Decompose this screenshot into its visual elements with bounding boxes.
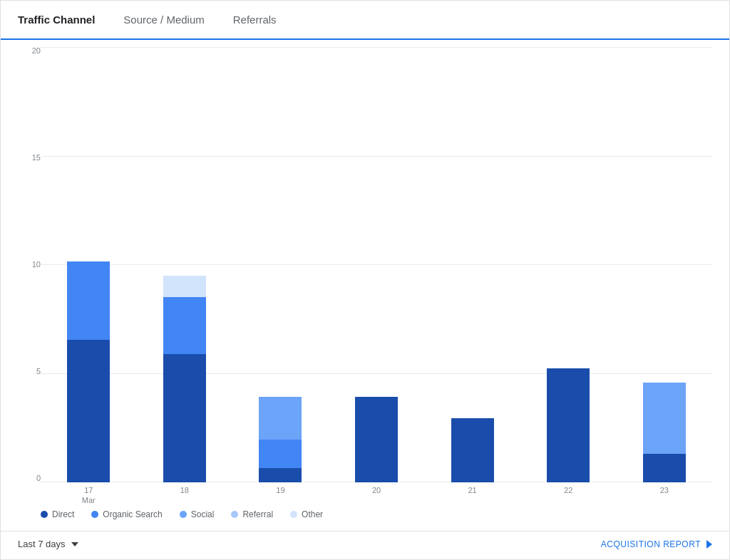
bar-group[interactable]	[616, 197, 712, 482]
legend-item: Referral	[231, 509, 273, 519]
bar-segment	[259, 440, 302, 468]
legend-item: Other	[290, 509, 323, 519]
x-axis-label: 21	[424, 485, 520, 495]
legend-dot	[231, 511, 238, 518]
bar-group[interactable]	[232, 197, 329, 482]
legend-dot	[91, 511, 98, 518]
bar-segment	[163, 297, 206, 354]
bar-segment	[67, 340, 110, 482]
x-axis-label: 19	[232, 485, 329, 495]
bar-segment	[451, 418, 494, 482]
bar-segment	[355, 397, 398, 482]
chart-area: 20 15 10 5 0 1	[1, 40, 729, 504]
bar-group[interactable]	[520, 197, 617, 482]
bar-group[interactable]	[137, 197, 233, 482]
x-axis-label: 22	[520, 485, 617, 495]
legend-label: Direct	[52, 509, 74, 519]
bar-segment	[67, 261, 110, 340]
analytics-card: Traffic Channel Source / Medium Referral…	[0, 0, 730, 560]
date-range-label: Last 7 days	[18, 539, 66, 549]
x-axis-label: 20	[329, 485, 425, 495]
date-range-selector[interactable]: Last 7 days	[18, 539, 78, 549]
chevron-down-icon	[71, 542, 78, 546]
chevron-right-icon	[706, 540, 712, 549]
legend: DirectOrganic SearchSocialReferralOther	[1, 504, 729, 531]
bar-segment	[547, 368, 590, 482]
bar-segment	[643, 383, 686, 454]
bar-segment	[643, 454, 686, 482]
bar-group[interactable]	[41, 197, 137, 482]
legend-dot	[180, 511, 187, 518]
bar-segment	[163, 276, 206, 297]
tab-referrals[interactable]: Referrals	[233, 14, 277, 31]
report-link-label: ACQUISITION REPORT	[601, 539, 701, 549]
legend-label: Other	[302, 509, 323, 519]
legend-label: Referral	[242, 509, 273, 519]
legend-dot	[41, 511, 48, 518]
y-label-15: 15	[32, 154, 41, 162]
x-axis-label: 23	[616, 485, 712, 495]
bar-segment	[259, 468, 302, 482]
tab-traffic-channel[interactable]: Traffic Channel	[18, 14, 95, 31]
legend-item: Organic Search	[91, 509, 162, 519]
y-label-10: 10	[32, 261, 41, 269]
bars-row	[41, 47, 712, 482]
legend-item: Social	[180, 509, 215, 519]
legend-item: Direct	[41, 509, 74, 519]
footer: Last 7 days ACQUISITION REPORT	[1, 531, 729, 559]
legend-dot	[290, 511, 297, 518]
tab-source-medium[interactable]: Source / Medium	[123, 14, 204, 31]
x-axis-label: 17 Mar	[41, 485, 137, 506]
chart-container: 20 15 10 5 0 1	[18, 47, 712, 504]
acquisition-report-link[interactable]: ACQUISITION REPORT	[601, 539, 712, 549]
x-axis-label: 18	[137, 485, 233, 495]
bar-group[interactable]	[424, 197, 520, 482]
legend-label: Organic Search	[103, 509, 162, 519]
y-axis: 20 15 10 5 0	[18, 47, 41, 504]
bar-group[interactable]	[329, 197, 425, 482]
chart-inner: 17 Mar181920212223	[41, 47, 712, 504]
x-axis: 17 Mar181920212223	[41, 482, 712, 504]
bar-segment	[259, 397, 302, 440]
y-label-20: 20	[32, 47, 41, 55]
bar-segment	[163, 354, 206, 482]
legend-label: Social	[191, 509, 215, 519]
header: Traffic Channel Source / Medium Referral…	[1, 1, 729, 40]
